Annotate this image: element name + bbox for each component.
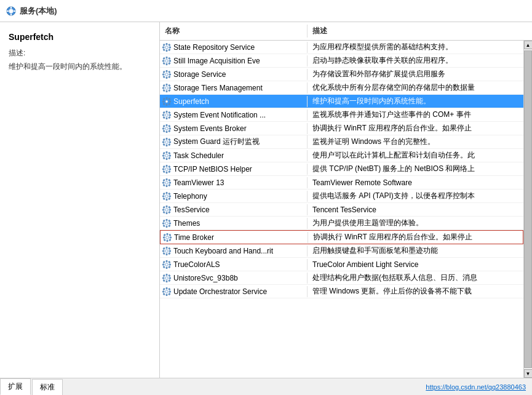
svg-rect-171 bbox=[163, 261, 165, 263]
svg-rect-22 bbox=[169, 57, 170, 59]
row-name-cell: Storage Tiers Management bbox=[160, 82, 308, 94]
row-name-cell: Telephony bbox=[160, 191, 308, 202]
table-body[interactable]: State Repository Service为应用程序模型提供所需的基础结构… bbox=[160, 41, 523, 378]
svg-point-145 bbox=[165, 222, 168, 225]
table-row[interactable]: Task Scheduler使用户可以在此计算机上配置和计划自动任务。此 bbox=[160, 149, 523, 162]
row-name-cell: System Guard 运行时监视 bbox=[160, 135, 308, 148]
service-gear-icon bbox=[162, 192, 171, 201]
svg-rect-80 bbox=[169, 142, 170, 143]
table-row[interactable]: TCP/IP NetBIOS Helper提供 TCP/IP (NetBT) 服… bbox=[160, 162, 523, 176]
svg-rect-18 bbox=[166, 63, 167, 65]
svg-rect-180 bbox=[169, 277, 170, 279]
table-header: 名称 描述 bbox=[160, 22, 532, 41]
row-name-cell: TesService bbox=[160, 204, 308, 215]
svg-rect-84 bbox=[169, 143, 170, 145]
table-row[interactable]: System Event Notification ...监视系统事件并通知订户… bbox=[160, 108, 523, 122]
bottom-link[interactable]: https://blog.csdn.net/qq23880463 bbox=[419, 383, 532, 391]
table-row[interactable]: Storage Service为存储设置和外部存储扩展提供启用服务 bbox=[160, 68, 523, 81]
table-row[interactable]: System Events Broker协调执行 WinRT 应用程序的后台作业… bbox=[160, 122, 523, 135]
svg-rect-5 bbox=[14, 10, 15, 12]
svg-rect-107 bbox=[166, 178, 167, 180]
svg-rect-100 bbox=[169, 169, 170, 170]
row-service-name: Telephony bbox=[173, 192, 207, 201]
svg-rect-138 bbox=[166, 226, 167, 227]
svg-rect-17 bbox=[166, 57, 167, 58]
table-row[interactable]: Themes为用户提供使用主题管理的体验。 bbox=[160, 217, 523, 230]
svg-rect-142 bbox=[169, 220, 170, 221]
row-name-cell: Update Orchestrator Service bbox=[160, 286, 308, 297]
svg-rect-77 bbox=[166, 138, 167, 139]
scroll-down-button[interactable]: ▼ bbox=[524, 369, 533, 378]
row-name-cell: Themes bbox=[160, 218, 308, 229]
svg-rect-60 bbox=[169, 114, 170, 116]
table-row[interactable]: TrueColorALSTrueColor Ambient Light Serv… bbox=[160, 258, 523, 271]
svg-rect-73 bbox=[163, 130, 165, 132]
svg-rect-123 bbox=[163, 198, 165, 199]
row-name-cell: UnistoreSvc_93b8b bbox=[160, 273, 308, 284]
service-gear-icon bbox=[162, 219, 171, 228]
service-gear-icon bbox=[162, 124, 171, 133]
col-desc-header: 描述 bbox=[308, 25, 532, 38]
svg-rect-129 bbox=[163, 209, 164, 210]
desc-text: 维护和提高一段时间内的系统性能。 bbox=[9, 61, 151, 72]
svg-rect-104 bbox=[169, 170, 170, 172]
table-row[interactable]: Telephony提供电话服务 API (TAPI)支持，以便各程序控制本 bbox=[160, 190, 523, 203]
svg-rect-184 bbox=[169, 279, 170, 281]
table-row[interactable]: Still Image Acquisition Eve启动与静态映像获取事件关联… bbox=[160, 54, 523, 68]
scroll-up-button[interactable]: ▲ bbox=[524, 41, 533, 49]
table-row[interactable]: TeamViewer 13TeamViewer Remote Software bbox=[160, 176, 523, 190]
table-row[interactable]: TesServiceTencent TesService bbox=[160, 203, 523, 217]
row-desc-cell: 启动与静态映像获取事件关联的应用程序。 bbox=[308, 54, 523, 67]
svg-rect-64 bbox=[169, 116, 170, 118]
right-panel: 名称 描述 State Repository Service为应用程序模型提供所… bbox=[160, 22, 532, 378]
svg-rect-41 bbox=[163, 84, 165, 86]
svg-rect-88 bbox=[166, 158, 167, 159]
row-service-name: Still Image Acquisition Eve bbox=[173, 57, 260, 65]
scrollbar[interactable]: ▲ ▼ bbox=[523, 41, 532, 378]
row-service-name: UnistoreSvc_93b8b bbox=[173, 274, 238, 282]
table-row[interactable]: Touch Keyboard and Hand...rit启用触摸键盘和手写面板… bbox=[160, 244, 523, 258]
service-gear-icon bbox=[162, 43, 171, 52]
svg-rect-188 bbox=[166, 294, 167, 295]
svg-rect-43 bbox=[163, 89, 165, 91]
svg-rect-143 bbox=[163, 225, 165, 226]
svg-rect-147 bbox=[167, 233, 168, 234]
svg-rect-150 bbox=[170, 237, 171, 238]
tab-expand[interactable]: 扩展 bbox=[0, 378, 31, 395]
row-desc-cell: 优化系统中所有分层存储空间的存储层中的数据量 bbox=[308, 81, 523, 94]
svg-rect-190 bbox=[169, 291, 170, 292]
row-service-name: TesService bbox=[173, 205, 210, 214]
svg-rect-30 bbox=[169, 74, 170, 75]
row-desc-cell: 为存储设置和外部存储扩展提供启用服务 bbox=[308, 68, 523, 81]
table-row[interactable]: Superfetch维护和提高一段时间内的系统性能。 bbox=[160, 95, 523, 108]
svg-rect-102 bbox=[169, 166, 170, 167]
table-row[interactable]: State Repository Service为应用程序模型提供所需的基础结构… bbox=[160, 41, 523, 54]
row-desc-cell: 处理结构化用户数据(包括联系人信息、日历、消息 bbox=[308, 271, 523, 284]
svg-point-185 bbox=[165, 277, 168, 279]
svg-rect-149 bbox=[164, 237, 165, 238]
service-gear-icon bbox=[162, 151, 171, 160]
svg-rect-114 bbox=[169, 184, 170, 186]
svg-rect-153 bbox=[164, 239, 165, 241]
svg-rect-172 bbox=[169, 261, 170, 263]
svg-point-165 bbox=[165, 250, 168, 252]
table-row[interactable]: Storage Tiers Management优化系统中所有分层存储空间的存储… bbox=[160, 81, 523, 95]
table-row[interactable]: Update Orchestrator Service管理 Windows 更新… bbox=[160, 285, 523, 298]
svg-point-1 bbox=[9, 9, 14, 13]
table-row[interactable]: UnistoreSvc_93b8b处理结构化用户数据(包括联系人信息、日历、消息 bbox=[160, 271, 523, 285]
svg-rect-69 bbox=[163, 128, 164, 129]
scroll-thumb[interactable] bbox=[524, 50, 532, 368]
svg-rect-81 bbox=[163, 138, 165, 140]
table-row[interactable]: Time Broker协调执行 WinRT 应用程序的后台作业。如果停止 bbox=[160, 230, 523, 244]
left-panel: Superfetch 描述: 维护和提高一段时间内的系统性能。 bbox=[0, 22, 160, 378]
table-row[interactable]: System Guard 运行时监视监视并证明 Windows 平台的完整性。 bbox=[160, 135, 523, 149]
service-gear-icon bbox=[162, 111, 171, 119]
service-gear-icon bbox=[162, 97, 171, 106]
svg-rect-179 bbox=[163, 277, 164, 279]
svg-rect-94 bbox=[169, 157, 170, 159]
svg-rect-193 bbox=[163, 293, 165, 295]
tab-standard[interactable]: 标准 bbox=[32, 379, 63, 395]
row-desc-cell: 启用触摸键盘和手写面板笔和墨迹功能 bbox=[308, 244, 523, 257]
svg-rect-108 bbox=[166, 185, 167, 186]
svg-rect-4 bbox=[7, 10, 9, 12]
